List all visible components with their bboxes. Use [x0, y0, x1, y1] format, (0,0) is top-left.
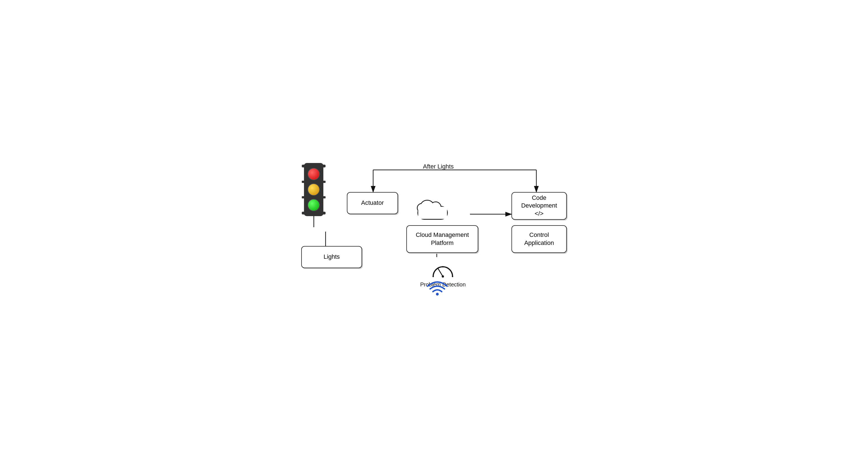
traffic-light-container [304, 163, 323, 227]
tl-top-visor [302, 165, 326, 168]
cloud-management-label: Cloud ManagementPlatform [416, 231, 469, 247]
diagram: After Lights Lights Actuator [296, 155, 572, 299]
traffic-light [304, 163, 323, 216]
svg-point-12 [452, 276, 453, 277]
tl-mid-visor [302, 181, 326, 183]
svg-point-11 [433, 276, 434, 277]
wifi-icon [426, 279, 448, 296]
control-application-label: ControlApplication [524, 231, 554, 247]
tl-bottom-visor [302, 212, 326, 214]
green-bulb [308, 199, 320, 211]
cloud-management-box: Cloud ManagementPlatform [406, 225, 478, 253]
svg-point-10 [442, 275, 444, 277]
speedometer-icon [430, 263, 455, 279]
svg-point-14 [436, 293, 439, 296]
actuator-box: Actuator [347, 192, 398, 214]
code-development-label: Code Development</> [517, 194, 562, 218]
cloud-icon [415, 198, 451, 222]
traffic-light-pole [313, 216, 314, 227]
svg-line-9 [438, 269, 443, 276]
code-development-box: Code Development</> [512, 192, 567, 220]
cloud-container [415, 198, 451, 222]
after-lights-label: After Lights [423, 163, 454, 170]
yellow-bulb [308, 183, 320, 195]
svg-point-13 [442, 266, 444, 267]
lights-box: Lights [301, 246, 362, 268]
tl-mid-visor2 [302, 196, 326, 199]
control-application-box: ControlApplication [512, 225, 567, 253]
red-bulb [308, 168, 320, 180]
